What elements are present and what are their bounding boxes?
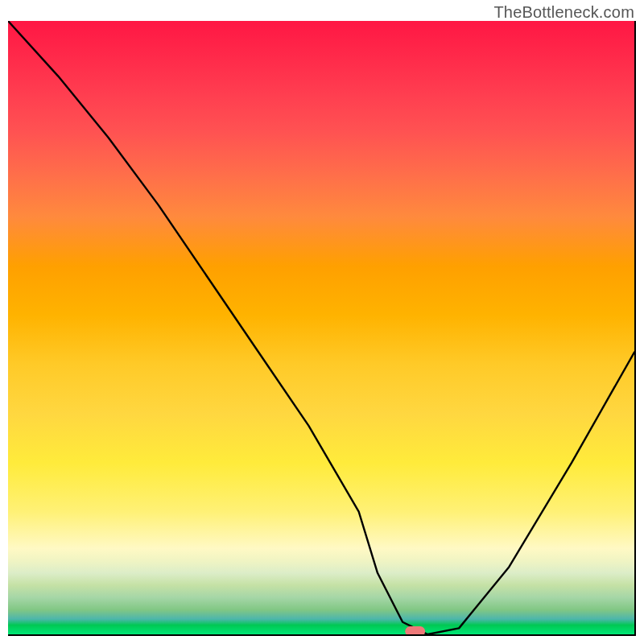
plot-area [8,21,636,636]
gradient-background [8,21,634,634]
chart-container: TheBottleneck.com [0,0,644,644]
attribution-text: TheBottleneck.com [493,3,634,22]
